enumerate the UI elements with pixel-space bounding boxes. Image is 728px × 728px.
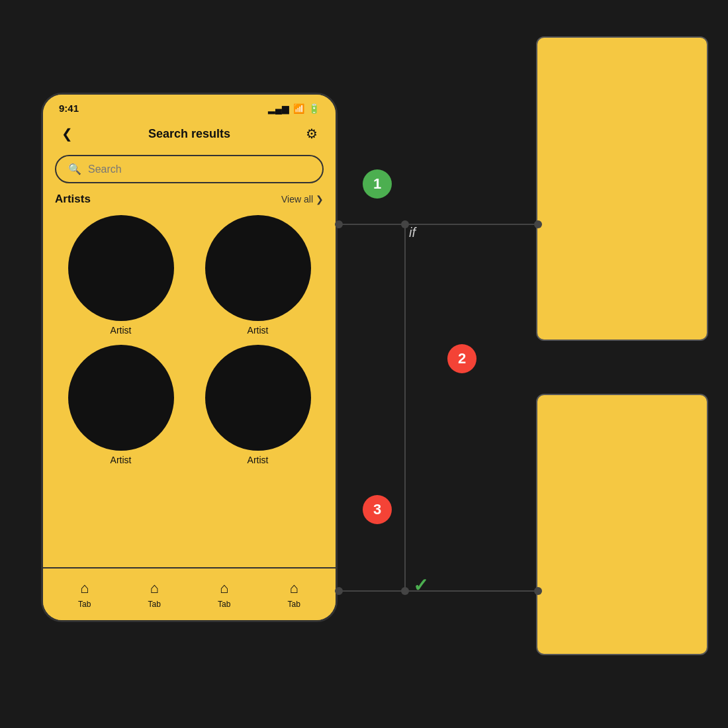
connector-line-top: [338, 224, 404, 225]
phone-mockup: 9:41 ▂▄▆ 📶 🔋 ❮ Search results ⚙ 🔍 Search…: [41, 93, 338, 622]
artist-item[interactable]: Artist: [192, 345, 324, 475]
home-icon: ⌂: [290, 580, 298, 597]
nav-tab-2[interactable]: ⌂ Tab: [148, 580, 161, 609]
artists-label: Artists: [55, 193, 91, 206]
connector-dot-right-top: [534, 220, 542, 228]
artist-name: Artist: [248, 325, 269, 336]
view-all-button[interactable]: View all ❯: [281, 194, 324, 205]
connector-dot-phone-bottom: [335, 587, 343, 595]
status-bar: 9:41 ▂▄▆ 📶 🔋: [43, 95, 336, 118]
artist-avatar: [68, 345, 174, 451]
nav-tab-4[interactable]: ⌂ Tab: [288, 580, 300, 609]
artist-item[interactable]: Artist: [55, 215, 187, 345]
home-icon: ⌂: [150, 580, 159, 597]
connector-checkmark: ✓: [413, 574, 428, 596]
artist-name: Artist: [111, 325, 132, 336]
status-time: 9:41: [59, 103, 79, 114]
artist-item[interactable]: Artist: [55, 345, 187, 475]
right-panel-top: [536, 36, 708, 341]
nav-tab-3[interactable]: ⌂ Tab: [218, 580, 230, 609]
nav-tab-1[interactable]: ⌂ Tab: [78, 580, 91, 609]
connector-dot-mid-top: [401, 220, 409, 228]
search-bar-container: 🔍 Search: [43, 151, 336, 193]
artist-avatar: [205, 215, 311, 321]
connector-dot-phone: [335, 220, 343, 228]
home-icon: ⌂: [80, 580, 89, 597]
connector-dot-mid-bottom: [401, 587, 409, 595]
battery-icon: 🔋: [308, 103, 320, 114]
search-input[interactable]: Search: [88, 163, 310, 175]
nav-label: Tab: [78, 600, 91, 609]
chevron-right-icon: ❯: [316, 194, 324, 205]
status-icons: ▂▄▆ 📶 🔋: [268, 103, 320, 114]
artists-header: Artists View all ❯: [55, 193, 324, 206]
home-icon: ⌂: [220, 580, 228, 597]
artist-name: Artist: [111, 455, 132, 465]
badge-2: 2: [447, 344, 477, 373]
connector-line-bottom: [338, 590, 404, 592]
badge-1: 1: [363, 169, 392, 199]
nav-label: Tab: [218, 600, 230, 609]
right-panel-bottom: [536, 394, 708, 655]
artist-grid: Artist Artist Artist Artist: [55, 215, 324, 475]
artists-section: Artists View all ❯ Artist Artist Artist …: [43, 193, 336, 567]
back-button[interactable]: ❮: [56, 123, 77, 144]
connector-if-label: if: [409, 225, 416, 240]
wifi-icon: 📶: [293, 103, 304, 114]
app-bar: ❮ Search results ⚙: [43, 118, 336, 151]
connector-line-to-panel-top: [404, 224, 537, 225]
bottom-nav: ⌂ Tab ⌂ Tab ⌂ Tab ⌂ Tab: [43, 567, 336, 620]
settings-button[interactable]: ⚙: [301, 123, 322, 144]
nav-label: Tab: [288, 600, 300, 609]
artist-item[interactable]: Artist: [192, 215, 324, 345]
connector-line-vertical: [404, 224, 406, 593]
signal-icon: ▂▄▆: [268, 103, 289, 114]
search-icon: 🔍: [68, 163, 81, 175]
page-title: Search results: [148, 127, 230, 141]
artist-name: Artist: [248, 455, 269, 465]
artist-avatar: [68, 215, 174, 321]
artist-avatar: [205, 345, 311, 451]
search-bar[interactable]: 🔍 Search: [55, 155, 324, 183]
badge-3: 3: [363, 495, 392, 524]
connector-dot-right-bottom: [534, 587, 542, 595]
nav-label: Tab: [148, 600, 161, 609]
